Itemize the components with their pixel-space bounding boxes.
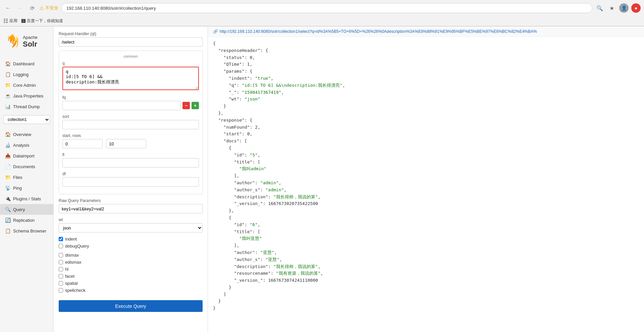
ping-icon: 📡 bbox=[5, 185, 10, 191]
dashboard-label: Dashboard bbox=[13, 61, 35, 66]
dashboard-icon: 🏠 bbox=[5, 61, 10, 66]
sidebar-item-thread-dump[interactable]: 📊 Thread Dump bbox=[0, 101, 53, 112]
sidebar-item-plugins-stats[interactable]: 🔌 Plugins / Stats bbox=[0, 193, 53, 204]
sidebar-item-java-properties[interactable]: ☕ Java Properties bbox=[0, 90, 53, 101]
dismax-label: dismax bbox=[65, 253, 79, 258]
indent-checkbox-item[interactable]: indent bbox=[59, 237, 203, 242]
start-input[interactable] bbox=[62, 139, 103, 148]
result-url-link[interactable]: http://192.168.110.140:8080/solr/collect… bbox=[220, 29, 537, 34]
fq-add-button[interactable]: + bbox=[192, 102, 199, 109]
back-button[interactable]: ← bbox=[3, 3, 13, 13]
debug-query-label: debugQuery bbox=[65, 244, 89, 249]
common-section: common q q id:[5 TO 6] && description:我长… bbox=[59, 51, 203, 194]
df-label: df bbox=[62, 172, 199, 176]
handler-label: Request-Handler (qt) bbox=[59, 31, 203, 36]
debug-query-checkbox-item[interactable]: debugQuery bbox=[59, 244, 203, 249]
result-content: { "responseHeader": { "status": 0, "QTim… bbox=[208, 37, 644, 315]
q-group: q q id:[5 TO 6] && description:我长得漂亮 bbox=[62, 61, 199, 91]
reload-button[interactable]: ⟳ bbox=[28, 3, 37, 13]
fq-label: fq bbox=[62, 95, 199, 100]
fq-input[interactable] bbox=[62, 101, 181, 110]
java-properties-icon: ☕ bbox=[5, 93, 10, 98]
facet-label: facet bbox=[65, 274, 74, 279]
facet-checkbox[interactable] bbox=[59, 274, 63, 278]
top-nav-section: 🏠 Dashboard 📋 Logging 📁 Core Admin ☕ Jav… bbox=[0, 58, 53, 112]
collection-selector: collection1 bbox=[3, 115, 50, 124]
sidebar-item-ping[interactable]: 📡 Ping bbox=[0, 183, 53, 193]
sort-input[interactable] bbox=[62, 120, 199, 129]
schema-icon: 📋 bbox=[5, 228, 10, 234]
sidebar-item-overview[interactable]: 🏠 Overview bbox=[0, 129, 53, 140]
hl-checkbox[interactable] bbox=[59, 267, 63, 271]
spatial-checkbox[interactable] bbox=[59, 281, 63, 285]
analysis-label: Analysis bbox=[13, 143, 29, 148]
dismax-checkbox[interactable] bbox=[59, 253, 63, 257]
apps-bookmark[interactable]: ☷ 应用 bbox=[3, 18, 17, 24]
baidu-icon: 🅾 bbox=[21, 19, 25, 23]
collection-select[interactable]: collection1 bbox=[3, 115, 50, 124]
wt-select[interactable]: json xml csv python ruby php bbox=[59, 223, 203, 233]
security-indicator: ⚠ 不安全 bbox=[40, 5, 58, 11]
sort-label: sort bbox=[62, 114, 199, 119]
spatial-label: spatial bbox=[65, 281, 78, 286]
sidebar-item-replication[interactable]: 🔄 Replication bbox=[0, 215, 53, 225]
dismax-checkbox-item[interactable]: dismax bbox=[59, 253, 203, 258]
hl-checkbox-item[interactable]: hl bbox=[59, 267, 203, 272]
logging-label: Logging bbox=[13, 72, 29, 77]
fl-input[interactable] bbox=[62, 158, 199, 168]
start-rows-label: start, rows bbox=[62, 133, 199, 138]
apache-text: Apache bbox=[23, 35, 38, 40]
sidebar-item-dataimport[interactable]: 📥 Dataimport bbox=[0, 150, 53, 161]
baidu-bookmark[interactable]: 🅾 百度一下，你就知道 bbox=[21, 18, 63, 24]
url-bar[interactable] bbox=[61, 3, 592, 13]
handler-input[interactable] bbox=[59, 37, 203, 47]
facet-checkbox-item[interactable]: facet bbox=[59, 274, 203, 279]
java-properties-label: Java Properties bbox=[13, 93, 43, 98]
dataimport-label: Dataimport bbox=[13, 153, 35, 158]
sidebar-item-query[interactable]: 🔍 Query bbox=[0, 204, 53, 215]
sidebar-item-dashboard[interactable]: 🏠 Dashboard bbox=[0, 58, 53, 69]
fq-remove-button[interactable]: − bbox=[182, 102, 190, 109]
dataimport-icon: 📥 bbox=[5, 153, 10, 158]
sidebar-item-analysis[interactable]: 🔬 Analysis bbox=[0, 140, 53, 150]
result-url: 🔗 http://192.168.110.140:8080/solr/colle… bbox=[208, 26, 644, 37]
apps-icon: ☷ bbox=[3, 18, 8, 24]
query-icon: 🔍 bbox=[5, 207, 10, 212]
menu-button[interactable]: ● bbox=[631, 3, 641, 13]
sidebar-item-core-admin[interactable]: 📁 Core Admin bbox=[0, 80, 53, 90]
solr-logo: Apache Solr bbox=[0, 30, 53, 57]
search-button[interactable]: 🔍 bbox=[595, 3, 604, 13]
solr-text: Solr bbox=[23, 40, 38, 49]
spatial-checkbox-item[interactable]: spatial bbox=[59, 281, 203, 286]
solr-flame-icon bbox=[5, 33, 20, 50]
start-rows-group: start, rows bbox=[62, 133, 199, 148]
df-input[interactable] bbox=[62, 177, 199, 187]
checkbox-group: indent debugQuery bbox=[59, 237, 203, 249]
handler-group: Request-Handler (qt) bbox=[59, 31, 203, 47]
fq-group: fq − + bbox=[62, 95, 199, 110]
rows-input[interactable] bbox=[106, 139, 146, 148]
replication-label: Replication bbox=[13, 218, 35, 223]
profile-button[interactable]: 👤 bbox=[619, 3, 629, 13]
execute-query-button[interactable]: Execute Query bbox=[59, 300, 203, 312]
bookmarks-bar: ☷ 应用 🅾 百度一下，你就知道 bbox=[0, 16, 644, 26]
bookmark-button[interactable]: ★ bbox=[607, 3, 616, 13]
raw-query-label: Raw Query Parameters bbox=[59, 198, 203, 203]
fl-label: fl bbox=[62, 152, 199, 157]
browser-actions: 🔍 ★ 👤 ● bbox=[595, 3, 641, 13]
edismax-checkbox[interactable] bbox=[59, 260, 63, 264]
debug-query-checkbox[interactable] bbox=[59, 244, 63, 248]
spellcheck-checkbox[interactable] bbox=[59, 288, 63, 292]
q-textarea[interactable]: q id:[5 TO 6] && description:我长得漂亮 bbox=[62, 67, 199, 90]
df-group: df bbox=[62, 172, 199, 187]
common-title: common bbox=[62, 54, 199, 58]
edismax-checkbox-item[interactable]: edismax bbox=[59, 260, 203, 265]
sidebar-item-files[interactable]: 📁 Files bbox=[0, 172, 53, 183]
sidebar-item-documents[interactable]: 📄 Documents bbox=[0, 161, 53, 172]
sidebar-item-schema-browser[interactable]: 📋 Schema Browser bbox=[0, 225, 53, 236]
sidebar-item-logging[interactable]: 📋 Logging bbox=[0, 69, 53, 80]
spellcheck-checkbox-item[interactable]: spellcheck bbox=[59, 288, 203, 293]
forward-button[interactable]: → bbox=[15, 3, 25, 13]
indent-checkbox[interactable] bbox=[59, 237, 63, 241]
raw-query-input[interactable] bbox=[59, 204, 203, 213]
